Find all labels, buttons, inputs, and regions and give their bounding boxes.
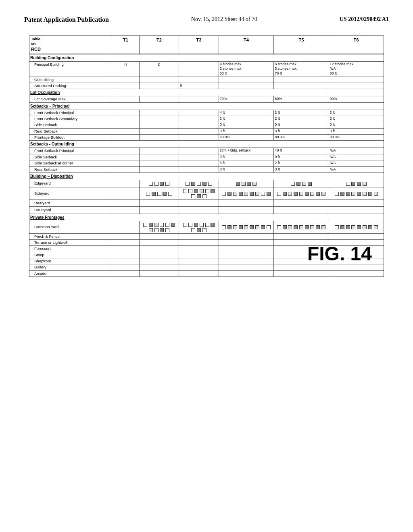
t1-rearyard [112, 200, 139, 206]
t6-edgeyard [329, 180, 384, 187]
rcd-label: RCD [31, 47, 41, 52]
t2-rsob [139, 166, 179, 172]
t4-principal: 4 stories max.2 stories max.50 ft [219, 61, 273, 77]
symbol-box-light [321, 225, 325, 229]
table-row: Front Setback Principal 20 ft + bldg. se… [29, 148, 384, 154]
symbol-box [146, 192, 150, 196]
t4-parking [219, 83, 273, 89]
symbol-box [188, 223, 192, 227]
figure-label: FIG. 14 [307, 243, 372, 265]
t3-ss [179, 122, 219, 128]
t5-rs: 3 ft [274, 128, 329, 134]
t6-fb: 80.0% [329, 135, 384, 141]
symbol-box [165, 228, 169, 232]
t5-arcade [274, 270, 329, 276]
t3-principal [179, 61, 219, 77]
t1-sideyard [112, 187, 139, 200]
main-content: Table5B RCD T1 T2 T3 T4 T5 T6 Building C… [0, 31, 413, 293]
edgeyard-label: Edgeyard [29, 180, 112, 187]
symbol-box-light [288, 192, 292, 196]
t1-fspob [112, 148, 139, 154]
t4-rs: 3 ft [219, 128, 273, 134]
section-setbacks-principal: Setbacks – Principal [29, 102, 384, 110]
terrace-lightwell-label: Terrace or Lightwell [29, 239, 112, 245]
symbol-box-dark [316, 192, 320, 196]
rear-setback-ob-label: Rear Setback [29, 166, 112, 172]
t3-parking: 0 [179, 83, 219, 89]
symbol-box-dark [239, 192, 243, 196]
col-header-t6: T6 [329, 36, 384, 54]
t3-fsp [179, 110, 219, 116]
t3-rs [179, 128, 219, 134]
rear-setback-label: Rear Setback [29, 128, 112, 134]
t4-arcade [219, 270, 273, 276]
col-header-t5: T5 [274, 36, 329, 54]
t5-parking [274, 83, 329, 89]
t5-outbuilding [274, 77, 329, 83]
t5-pf [274, 233, 329, 239]
table-row: Rear Setback 3 ft 3 ft 0 ft [29, 128, 384, 134]
t2-parking [139, 83, 179, 89]
table-container: Table5B RCD T1 T2 T3 T4 T5 T6 Building C… [29, 35, 384, 277]
t3-coverage [179, 96, 219, 102]
forecourt-label: Forecourt [29, 246, 112, 252]
t2-pf [139, 233, 179, 239]
symbol-box-light [288, 225, 292, 229]
t4-fspob: 20 ft + bldg. setback [219, 148, 273, 154]
page-header: Patent Application Publication Nov. 15, … [0, 0, 413, 31]
t2-ss [139, 122, 179, 128]
symbol-box-dark [294, 192, 298, 196]
t4-courtyard [219, 207, 273, 214]
symbol-box [191, 194, 195, 198]
symbol-box-dark [194, 223, 198, 227]
table-row-rearyard: Rearyard [29, 200, 384, 206]
table-row-sideyard: Sideyard [29, 187, 384, 200]
symbol-box-dark [197, 228, 201, 232]
t5-courtyard [274, 207, 329, 214]
symbol-box [186, 182, 190, 186]
symbol-box [335, 225, 339, 229]
t6-principal: 12 stories max.N/A80 ft [329, 61, 384, 77]
symbol-box-light [299, 192, 303, 196]
symbol-box [277, 192, 281, 196]
symbol-box-dark [160, 228, 164, 232]
lot-occupation-label: Lot Occupation [29, 89, 384, 96]
lot-coverage-label: Lot Coverage Max. [29, 96, 112, 102]
symbol-box-dark [202, 182, 206, 186]
symbol-box [222, 192, 226, 196]
symbol-box-dark [283, 225, 287, 229]
private-frontages-label: Private Frontages [29, 214, 384, 221]
t6-outbuilding [329, 77, 384, 83]
symbol-box-light [233, 225, 237, 229]
symbol-box-dark [368, 192, 372, 196]
t3-sscorner [179, 160, 219, 166]
t2-ssob [139, 154, 179, 160]
symbol-box-dark [191, 182, 195, 186]
t6-gallery [329, 264, 384, 270]
section-lot-occupation: Lot Occupation [29, 89, 384, 96]
section-setbacks-outbuilding: Setbacks - Outbuilding [29, 141, 384, 148]
t4-edgeyard [219, 180, 273, 187]
t5-principal: 6 stories max.3 stories max.70 ft [274, 61, 329, 77]
t2-rs [139, 128, 179, 134]
symbol-box-dark [357, 225, 361, 229]
t4-rsob: 3 ft [219, 166, 273, 172]
t5-rsob: 3 ft [274, 166, 329, 172]
symbol-box-dark [308, 182, 312, 186]
t2-shopfront [139, 258, 179, 264]
t6-fsp: 2 ft [329, 110, 384, 116]
symbol-box [267, 225, 271, 229]
t4-fb: 60.0% [219, 135, 273, 141]
symbol-box-dark [149, 223, 153, 227]
t1-courtyard [112, 207, 139, 214]
symbol-box-dark [346, 225, 350, 229]
symbol-box [160, 223, 164, 227]
publication-title: Patent Application Publication [24, 16, 109, 23]
t2-fss [139, 116, 179, 122]
t4-rearyard [219, 200, 273, 206]
t1-fsp [112, 110, 139, 116]
symbol-box-dark [261, 225, 265, 229]
t1-sscorner [112, 160, 139, 166]
symbol-box-light [321, 192, 325, 196]
t5-fss: 2 ft [274, 116, 329, 122]
